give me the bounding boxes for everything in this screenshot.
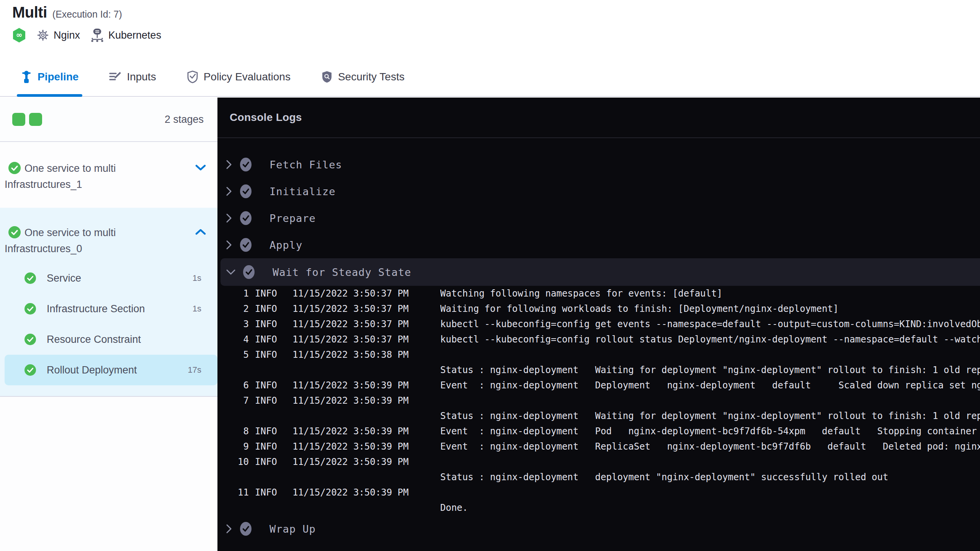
step-success-icon [239, 157, 270, 172]
step-name: Resource Constraint [47, 334, 201, 346]
log-line-number: 1 [217, 288, 249, 299]
tab-security-tests-label: Security Tests [338, 71, 405, 83]
tab-pipeline-label: Pipeline [38, 71, 78, 83]
log-level: INFO [255, 487, 278, 498]
log-message: Status : nginx-deployment Waiting for de… [440, 411, 980, 421]
service-chip[interactable]: Nginx [37, 29, 80, 41]
log-line-number: 5 [217, 349, 249, 360]
log-line-number: 4 [217, 334, 249, 345]
steps-list: Service 1s Infrastructure Section 1s Res… [0, 263, 217, 385]
log-line: 6INFO11/15/2022 3:50:39 PMEvent : nginx-… [217, 378, 980, 393]
log-level: INFO [255, 456, 278, 467]
stage-name: One service to multi Infrastructures_0 [5, 227, 116, 254]
tab-pipeline[interactable]: Pipeline [17, 57, 82, 96]
stage-item-one-service-to-multi-infrastructures-0[interactable]: One service to multi Infrastructures_0 [0, 208, 217, 263]
log-level: INFO [255, 303, 278, 314]
step-item-infrastructure-section[interactable]: Infrastructure Section 1s [0, 293, 217, 324]
step-name: Infrastructure Section [47, 303, 193, 315]
log-line: 7INFO11/15/2022 3:50:39 PM [217, 393, 980, 408]
log-line-number: 6 [217, 380, 249, 391]
log-timestamp: 11/15/2022 3:50:39 PM [292, 426, 411, 437]
chevron-right-icon [217, 160, 239, 170]
active-tab-underline [17, 94, 82, 97]
log-line: 11INFO11/15/2022 3:50:39 PM [217, 485, 980, 500]
step-success-icon [24, 303, 36, 315]
log-line: 4INFO11/15/2022 3:50:37 PMkubectl --kube… [217, 332, 980, 347]
stage-status-square-2[interactable] [29, 113, 42, 126]
log-message: Event : nginx-deployment Deployment ngin… [440, 380, 980, 391]
step-item-service[interactable]: Service 1s [0, 263, 217, 293]
tab-security-tests[interactable]: Security Tests [317, 57, 408, 96]
log-message: kubectl --kubeconfig=config get events -… [440, 319, 980, 329]
log-line: 8INFO11/15/2022 3:50:39 PMEvent : nginx-… [217, 424, 980, 439]
log-line: Status : nginx-deployment Waiting for de… [217, 408, 980, 424]
stage-expanded-block: One service to multi Infrastructures_0 S… [0, 208, 217, 397]
log-line-number: 2 [217, 303, 249, 314]
execution-header: Multi (Execution Id: 7) ∞ [0, 0, 980, 57]
execution-tab-bar: Pipeline Inputs [0, 57, 980, 97]
stages-sidebar: 2 stages One service to multi Infrastruc… [0, 98, 217, 551]
log-line: 10INFO11/15/2022 3:50:39 PM [217, 454, 980, 469]
chevron-up-icon[interactable] [195, 228, 206, 235]
tab-policy-evaluations[interactable]: Policy Evaluations [183, 57, 294, 96]
chevron-right-icon [217, 186, 239, 196]
log-timestamp: 11/15/2022 3:50:39 PM [292, 456, 411, 467]
tab-policy-evaluations-label: Policy Evaluations [204, 71, 291, 83]
step-success-icon [24, 364, 36, 376]
chevron-down-icon[interactable] [195, 164, 206, 171]
inputs-icon [109, 71, 121, 83]
step-success-icon [24, 272, 36, 284]
stage-status-square-1[interactable] [12, 113, 25, 126]
log-line: 9INFO11/15/2022 3:50:39 PMEvent : nginx-… [217, 439, 980, 454]
section-label: Wait for Steady State [273, 266, 411, 278]
page-title: Multi [12, 4, 47, 21]
log-section-apply[interactable]: Apply [217, 231, 980, 258]
log-timestamp: 11/15/2022 3:50:37 PM [292, 319, 411, 329]
log-level: INFO [255, 349, 278, 360]
step-success-icon [24, 334, 36, 345]
log-section-prepare[interactable]: Prepare [217, 205, 980, 231]
console-logs-panel: Console Logs Fetch Files Initialize Prep… [217, 98, 980, 551]
step-success-icon [239, 211, 270, 225]
step-duration: 17s [188, 365, 201, 375]
log-level: INFO [255, 288, 278, 299]
step-duration: 1s [193, 273, 201, 283]
log-timestamp: 11/15/2022 3:50:39 PM [292, 380, 411, 391]
log-line: 2INFO11/15/2022 3:50:37 PMWaiting for fo… [217, 301, 980, 316]
stage-success-icon [8, 162, 21, 174]
chevron-right-icon [217, 240, 239, 250]
log-section-wrap-up[interactable]: Wrap Up [217, 515, 980, 542]
log-line-number: 9 [217, 441, 249, 452]
stages-count: 2 stages [165, 114, 204, 126]
step-success-icon [239, 184, 270, 199]
step-item-resource-constraint[interactable]: Resource Constraint [0, 324, 217, 355]
log-timestamp: 11/15/2022 3:50:39 PM [292, 487, 411, 498]
step-name: Service [47, 272, 193, 284]
log-message: Event : nginx-deployment ReplicaSet ngin… [440, 441, 980, 452]
log-line-number: 11 [217, 487, 249, 498]
execution-id: (Execution Id: 7) [52, 9, 122, 20]
console-body: Fetch Files Initialize Prepare Apply [217, 138, 980, 542]
title-row: Multi (Execution Id: 7) [12, 4, 122, 21]
step-success-icon [239, 522, 270, 536]
stage-name: One service to multi Infrastructures_1 [5, 163, 116, 190]
log-section-initialize[interactable]: Initialize [217, 178, 980, 205]
tab-inputs[interactable]: Inputs [105, 57, 160, 96]
log-message: Waiting for following workloads to finis… [440, 303, 980, 314]
svg-text:∞: ∞ [16, 30, 23, 39]
step-success-icon [242, 265, 273, 279]
meta-row: ∞ Nginx [12, 28, 161, 43]
tab-inputs-label: Inputs [127, 71, 156, 83]
section-label: Prepare [270, 212, 316, 224]
log-section-wait-for-steady-state[interactable]: Wait for Steady State [220, 258, 980, 286]
log-section-fetch-files[interactable]: Fetch Files [217, 151, 980, 178]
step-success-icon [239, 238, 270, 252]
security-tests-icon [321, 70, 333, 83]
stage-item-one-service-to-multi-infrastructures-1[interactable]: One service to multi Infrastructures_1 [0, 142, 217, 208]
step-item-rollout-deployment[interactable]: Rollout Deployment 17s [5, 355, 217, 385]
chevron-down-icon [220, 269, 242, 275]
environment-chip[interactable]: Kubernetes [91, 28, 161, 42]
policy-evaluations-icon [187, 70, 198, 83]
chevron-right-icon [217, 213, 239, 223]
stage-label: One service to multi Infrastructures_1 [5, 160, 191, 192]
